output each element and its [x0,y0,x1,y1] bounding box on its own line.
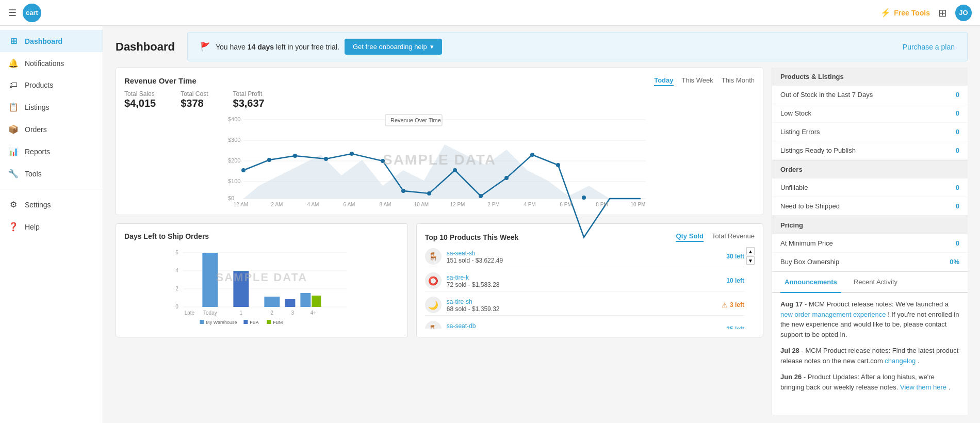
tab-qty-sold[interactable]: Qty Sold [676,232,703,242]
svg-point-19 [453,168,457,172]
days-bar-chart: 6 4 2 0 [124,247,399,324]
svg-text:1: 1 [240,310,243,316]
free-tools-link[interactable]: ⚡ Free Tools [880,8,930,18]
svg-text:4: 4 [175,268,178,273]
svg-point-22 [530,153,534,157]
avatar[interactable]: JO [955,5,972,21]
product-icon: 🪑 [425,321,442,329]
announcement-entry: Jun 26 - Product Updates: After a long h… [780,372,959,392]
sidebar-item-tools[interactable]: 🔧 Tools [0,162,103,185]
revenue-card: Revenue Over Time Today This Week This M… [116,68,763,215]
list-icon: 📋 [8,102,19,112]
svg-point-15 [350,152,354,156]
ann-link-2[interactable]: View them here [900,383,949,391]
onboarding-button[interactable]: Get free onboarding help ▾ [345,39,442,55]
sidebar-item-products[interactable]: 🏷 Products [0,74,103,96]
tag-icon: 🏷 [8,80,19,90]
revenue-title: Revenue Over Time [124,76,197,85]
tab-announcements[interactable]: Announcements [780,272,841,293]
announcements-body: Aug 17 - MCM Product release notes: We'v… [772,293,968,396]
tab-total-revenue[interactable]: Total Revenue [712,232,755,242]
top-products-title: Top 10 Products This Week [425,233,519,241]
svg-point-13 [293,154,297,158]
svg-rect-50 [285,299,295,307]
orders-card: Orders Unfillable 0 Need to be Shipped 0 [772,160,968,216]
sidebar-item-listings[interactable]: 📋 Listings [0,96,103,118]
scroll-down-button[interactable]: ▼ [746,256,755,265]
list-item: 🌙 sa-tire-sh 68 sold - $1,359.32 ⚠ 3 lef… [425,295,744,316]
top-products-card: Top 10 Products This Week Qty Sold Total… [416,223,763,337]
hamburger-menu[interactable]: ☰ [8,7,17,19]
days-title: Days Left to Ship Orders [124,232,399,240]
svg-text:10 PM: 10 PM [631,202,646,207]
sidebar-item-dashboard[interactable]: ⊞ Dashboard [0,30,103,52]
flag-icon: 🚩 [200,42,210,52]
sidebar-divider [0,189,103,189]
topnav-right: ⚡ Free Tools ⊞ JO [880,5,972,21]
svg-text:4 AM: 4 AM [307,202,319,207]
tab-this-week[interactable]: This Week [682,76,713,86]
svg-text:6 PM: 6 PM [560,202,571,207]
product-icon: 🌙 [425,297,442,313]
product-link[interactable]: sa-seat-sh [447,250,476,257]
svg-text:Late: Late [185,310,195,316]
svg-point-20 [479,194,483,198]
tab-recent-activity[interactable]: Recent Activity [850,272,902,292]
product-link[interactable]: sa-seat-db [447,322,476,329]
svg-text:My Warehouse: My Warehouse [206,320,237,325]
sidebar-item-notifications[interactable]: 🔔 Notifications [0,52,103,74]
left-column: Revenue Over Time Today This Week This M… [116,68,763,415]
ann-link-1[interactable]: changelog [885,357,918,365]
svg-text:0: 0 [175,304,178,310]
svg-text:Today: Today [203,310,217,316]
sidebar: ⊞ Dashboard 🔔 Notifications 🏷 Products 📋… [0,26,103,423]
sidebar-item-help[interactable]: ❓ Help [0,216,103,238]
svg-text:2: 2 [175,286,178,291]
apps-grid-icon[interactable]: ⊞ [938,7,947,19]
svg-text:$400: $400 [228,116,240,122]
svg-text:FBA: FBA [250,320,259,325]
sidebar-item-settings[interactable]: ⚙ Settings [0,193,103,216]
wrench-icon: 🔧 [8,169,19,178]
total-profit-stat: Total Profit $3,637 [233,90,265,109]
dashboard-icon: ⊞ [8,36,19,46]
svg-point-24 [582,196,586,200]
svg-rect-51 [300,293,311,307]
purchase-link[interactable]: Purchase a plan [903,43,955,51]
products-listings-title: Products & Listings [772,68,968,86]
main-layout: ⊞ Dashboard 🔔 Notifications 🏷 Products 📋… [0,26,980,423]
chevron-down-icon: ▾ [430,43,434,51]
low-stock-row: Low Stock 0 [772,104,968,123]
buy-box-row: Buy Box Ownership 0% [772,253,968,271]
time-tabs: Today This Week This Month [654,76,755,86]
svg-point-17 [401,189,405,193]
sidebar-item-reports[interactable]: 📊 Reports [0,140,103,162]
product-link[interactable]: sa-tire-sh [447,298,472,305]
svg-text:8 PM: 8 PM [596,202,608,207]
svg-text:3: 3 [291,310,295,316]
product-link[interactable]: sa-tire-k [447,274,469,281]
tab-this-month[interactable]: This Month [722,76,755,86]
svg-text:4+: 4+ [311,310,317,316]
pricing-card: Pricing At Minimum Price 0 Buy Box Owner… [772,216,968,272]
svg-text:12 PM: 12 PM [450,202,465,207]
svg-text:FBM: FBM [273,320,283,325]
pricing-section-title: Pricing [772,216,968,234]
days-card: Days Left to Ship Orders 6 4 2 0 [116,223,408,337]
tab-today[interactable]: Today [654,76,673,86]
svg-point-11 [241,168,246,172]
product-tabs: Qty Sold Total Revenue [676,232,755,242]
svg-point-16 [381,159,385,163]
svg-text:$100: $100 [228,178,240,184]
svg-text:2: 2 [271,310,274,316]
scroll-up-button[interactable]: ▲ [746,247,755,255]
ann-link-0[interactable]: new order management experience [780,311,888,318]
revenue-chart-svg: $400 $300 $200 $100 $0 [124,113,755,209]
warning-icon: ⚠ [722,301,728,309]
need-shipped-row: Need to be Shipped 0 [772,197,968,216]
list-item: ⭕ sa-tire-k 72 sold - $1,583.28 10 left [425,270,744,291]
svg-marker-10 [243,144,646,199]
sidebar-item-orders[interactable]: 📦 Orders [0,118,103,140]
svg-text:2 AM: 2 AM [271,202,283,207]
svg-text:$300: $300 [228,137,240,143]
